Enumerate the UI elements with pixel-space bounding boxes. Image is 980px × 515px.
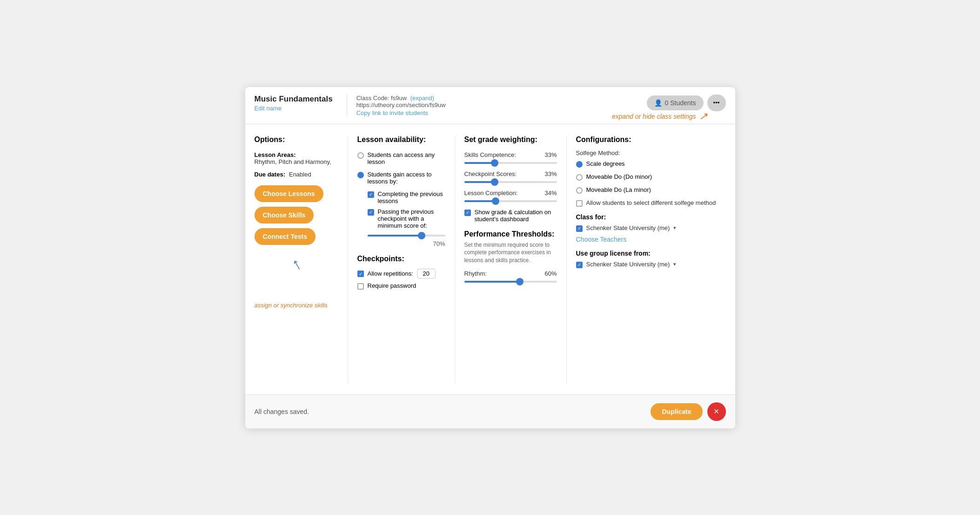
saved-text: All changes saved. [255, 408, 309, 415]
require-password-checkbox[interactable] [357, 283, 364, 290]
due-dates-label: Due dates: [255, 171, 285, 178]
checkbox-passing-checkpoint-box [368, 209, 374, 216]
grade-weighting-heading: Set grade weighting: [464, 136, 557, 144]
show-grade-label: Show grade & calculation on student's da… [475, 209, 557, 223]
lesson-completion-slider[interactable] [464, 200, 557, 202]
skills-competence-label: Skills Competence: [464, 151, 516, 158]
expand-link[interactable]: (expand) [410, 95, 434, 102]
rhythm-thumb[interactable] [516, 278, 524, 285]
performance-desc: Set the minimum required score to comple… [464, 241, 557, 264]
duplicate-button[interactable]: Duplicate [651, 403, 702, 420]
header-divider [347, 95, 347, 116]
checkbox-passing-checkpoint[interactable]: Passing the previous checkpoint with a m… [368, 208, 445, 229]
institution2-dropdown-arrow[interactable]: ▾ [673, 261, 676, 267]
more-options-button[interactable]: ••• [707, 95, 726, 111]
radio-scale-degrees[interactable]: Scale degrees [576, 160, 726, 168]
minimum-score-slider-thumb[interactable] [418, 232, 425, 239]
lesson-completion-thumb[interactable] [492, 197, 499, 205]
skills-competence-thumb[interactable] [491, 159, 498, 167]
allow-repetitions-checkbox[interactable] [357, 271, 364, 277]
institution1-checkbox[interactable] [576, 225, 583, 232]
due-dates-value: Enabled [289, 171, 311, 178]
choose-skills-button[interactable]: Choose Skills [255, 207, 314, 224]
radio-any-lesson-label: Students can access any lesson [368, 151, 445, 165]
due-dates-row: Due dates: Enabled [255, 171, 338, 178]
checkbox-completing-lessons-box [368, 191, 374, 198]
options-heading: Options: [255, 136, 338, 144]
class-code-row: Class Code: fs9uw (expand) [356, 95, 647, 102]
radio-any-lesson[interactable]: Students can access any lesson [357, 151, 445, 165]
person-icon: 👤 [654, 99, 662, 107]
radio-scale-degrees-circle [576, 161, 583, 168]
checkbox-passing-label: Passing the previous checkpoint with a m… [378, 208, 445, 229]
allow-solfege-row: Allow students to select different solfe… [576, 199, 726, 207]
checkpoints-heading: Checkpoints: [357, 255, 445, 263]
expand-hint: expand or hide class settings ↗ [612, 110, 707, 122]
require-password-label: Require password [368, 282, 416, 289]
class-for-section: Class for: Schenker State University (me… [576, 213, 726, 243]
students-button[interactable]: 👤 0 Students [647, 95, 704, 110]
checkpoints-section: Checkpoints: Allow repetitions: Require … [357, 255, 445, 290]
skills-competence-pct: 33% [544, 151, 557, 158]
allow-repetitions-row: Allow repetitions: [357, 269, 445, 278]
lesson-areas-label: Lesson Areas: [255, 151, 338, 158]
performance-section: Performance Thresholds: Set the minimum … [464, 230, 557, 283]
minimum-score-slider-track[interactable] [368, 235, 445, 237]
institution1-dropdown-arrow[interactable]: ▾ [673, 225, 676, 231]
expand-hint-text: expand or hide class settings [612, 113, 696, 120]
moveable-do-minor-label: Moveable Do (Do minor) [586, 173, 652, 180]
institution2-label: Schenker State University (me) [586, 261, 670, 268]
skills-competence-fill [464, 162, 495, 164]
moveable-la-minor-label: Moveable Do (La minor) [586, 186, 651, 193]
lesson-completion-fill [464, 200, 496, 202]
checkpoint-scores-label: Checkpoint Scores: [464, 170, 517, 177]
lesson-completion-label: Lesson Completion: [464, 190, 518, 197]
radio-gain-access-circle [357, 172, 364, 178]
radio-moveable-do-minor-circle [576, 174, 583, 181]
institution2-checkbox[interactable] [576, 262, 583, 268]
lesson-areas-row: Lesson Areas: Rhythm, Pitch and Harmony, [255, 151, 338, 165]
show-grade-row: Show grade & calculation on student's da… [464, 209, 557, 223]
checkbox-completing-label: Completing the previous lessons [378, 190, 445, 204]
more-dots-icon: ••• [713, 99, 720, 106]
checkpoint-scores-slider[interactable] [464, 181, 557, 183]
show-grade-checkbox[interactable] [464, 210, 471, 216]
close-button[interactable]: × [707, 402, 726, 421]
institution2-row: Schenker State University (me) ▾ [576, 261, 726, 268]
lesson-completion-row: Lesson Completion: 34% [464, 190, 557, 202]
edit-name-link[interactable]: Edit name [255, 105, 282, 112]
connect-tests-button[interactable]: Connect Tests [255, 228, 315, 245]
institution1-label: Schenker State University (me) [586, 224, 670, 231]
radio-gain-access[interactable]: Students gain access to lessons by: [357, 171, 445, 185]
class-url: https://utheory.com/section/fs9uw [356, 102, 647, 108]
checkpoint-scores-row: Checkpoint Scores: 33% [464, 170, 557, 183]
minimum-score-slider-container: 70% [368, 235, 445, 247]
institution1-row: Schenker State University (me) ▾ [576, 224, 726, 232]
page-title: Music Fundamentals [255, 95, 333, 104]
skills-competence-row: Skills Competence: 33% [464, 151, 557, 164]
checkpoint-scores-thumb[interactable] [491, 178, 498, 186]
allow-repetitions-input[interactable] [417, 269, 436, 278]
allow-repetitions-label: Allow repetitions: [368, 270, 413, 277]
radio-any-lesson-circle [357, 152, 364, 159]
radio-moveable-do-minor[interactable]: Moveable Do (Do minor) [576, 173, 726, 181]
checkpoint-scores-pct: 33% [544, 170, 557, 177]
lesson-availability-heading: Lesson availability: [357, 136, 445, 144]
allow-solfege-checkbox[interactable] [576, 200, 583, 207]
choose-teachers-link[interactable]: Choose Teachers [576, 236, 726, 243]
copy-link[interactable]: Copy link to invite students [356, 109, 647, 116]
rhythm-label: Rhythm: [464, 270, 487, 277]
use-group-section: Use group license from: Schenker State U… [576, 250, 726, 268]
blue-arrow-icon: ↑ [288, 253, 305, 274]
skills-competence-slider[interactable] [464, 162, 557, 164]
arrow-icon: ↗ [699, 110, 707, 122]
require-password-row: Require password [357, 282, 445, 290]
use-group-heading: Use group license from: [576, 250, 726, 257]
scale-degrees-label: Scale degrees [586, 160, 625, 167]
checkbox-completing-lessons[interactable]: Completing the previous lessons [368, 190, 445, 204]
rhythm-pct: 60% [544, 270, 557, 277]
rhythm-slider[interactable] [464, 281, 557, 283]
choose-lessons-button[interactable]: Choose Lessons [255, 185, 323, 202]
radio-moveable-la-minor-circle [576, 187, 583, 194]
radio-moveable-la-minor[interactable]: Moveable Do (La minor) [576, 186, 726, 194]
